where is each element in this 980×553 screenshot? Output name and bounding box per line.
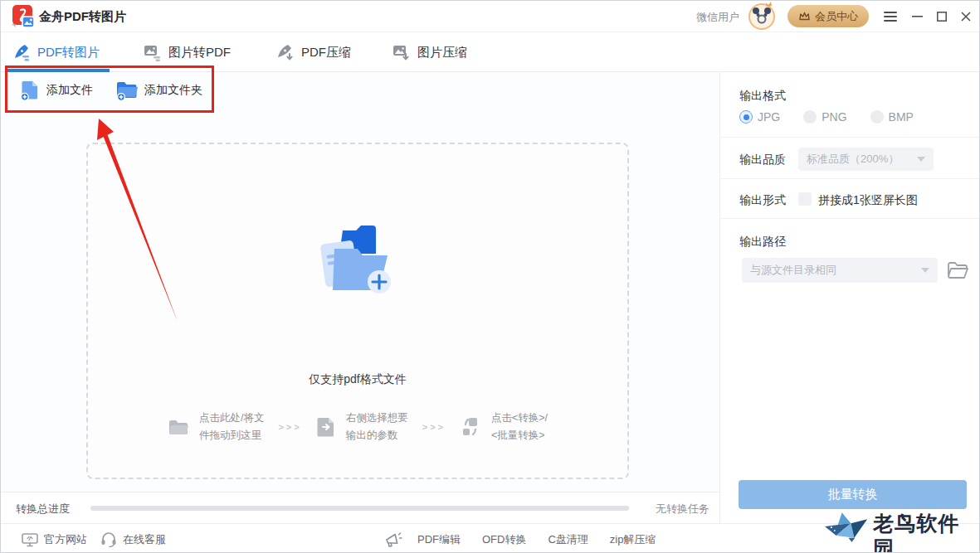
quality-select[interactable]: 标准品质（200%） [798,148,934,171]
progress-status: 无转换任务 [656,502,709,517]
step-convert: 点击<转换>/ <批量转换> [460,410,548,444]
file-arrow-icon [316,416,336,438]
file-drop-zone[interactable]: 仅支持pdf格式文件 点击此处/将文 件拖动到这里 >>> [86,143,629,479]
tabbar: PDF转图片 图片转PDF PDF压缩 [1,32,979,72]
tab-image-compress[interactable]: 图片压缩 [392,32,467,72]
footer-tools: PDF编辑 OFD转换 C盘清理 zip解压缩 [384,524,662,553]
step-text-line1: 点击此处/将文 [199,410,264,427]
tab-label: 图片转PDF [168,45,231,61]
folder-add-icon [314,224,401,300]
step-separator: >>> [422,422,446,432]
radio-dot [870,110,884,124]
maximize-button[interactable] [931,7,953,26]
step-text-line1: 右侧选择想要 [346,410,408,427]
output-quality-label: 输出品质 [739,153,786,167]
official-site-label: 官方网站 [44,532,87,547]
headset-icon [100,531,117,547]
add-file-button[interactable]: 添加文件 [19,80,93,101]
path-select[interactable]: 与源文件目录相同 [742,258,938,283]
official-site-link[interactable]: 官方网站 [22,524,87,553]
divider [720,218,980,219]
step-add-files: 点击此处/将文 件拖动到这里 [168,410,264,444]
radio-dot [803,110,817,124]
output-format-options: JPG PNG BMP [739,110,914,124]
divider [720,178,980,179]
pen-convert-icon [12,43,31,61]
progress-row: 转换总进度 无转换任务 [1,492,719,523]
app-logo-icon [9,4,36,33]
tab-label: 图片压缩 [417,45,467,61]
vip-center-button[interactable]: 会员中心 [787,5,869,27]
folder-open-icon [946,260,969,281]
step-text-line1: 点击<转换>/ [491,410,548,427]
footer: 官方网站 在线客服 PDF编辑 OFD转换 C盘清理 zip解压缩 [1,523,979,553]
dropzone-steps: 点击此处/将文 件拖动到这里 >>> 右侧选择想要 输出的参数 [88,410,627,444]
megaphone-icon [384,531,402,548]
online-service-link[interactable]: 在线客服 [100,524,166,553]
dropzone-hint: 仅支持pdf格式文件 [88,372,627,387]
long-image-checkbox[interactable] [798,192,812,206]
quality-value: 标准品质（200%） [807,152,912,167]
path-value: 与源文件目录相同 [750,263,916,278]
tab-pdf-to-image[interactable]: PDF转图片 [12,32,100,72]
online-service-label: 在线客服 [123,532,166,547]
add-folder-label: 添加文件夹 [144,83,202,98]
app-title: 金舟PDF转图片 [39,9,126,25]
step-text-line2: <批量转换> [491,427,548,444]
image-convert-icon [144,43,162,61]
progress-bar [90,506,629,511]
main-area: 添加文件 添加文件夹 仅支持pdf格式 [1,72,719,492]
output-format-label: 输出格式 [739,89,786,104]
close-button[interactable] [955,7,977,26]
radio-label: BMP [889,110,914,124]
tab-pdf-compress[interactable]: PDF压缩 [276,32,351,72]
long-image-checkbox-label[interactable]: 拼接成1张竖屏长图 [818,193,918,208]
convert-icon [460,416,481,438]
output-path-label: 输出路径 [739,235,786,250]
vip-center-label: 会员中心 [815,9,858,24]
settings-sidebar: 输出格式 JPG PNG BMP 输出品质 标准品质（200%） 输出形式 拼接… [719,72,980,523]
monitor-icon [22,532,38,547]
chevron-down-icon [917,157,925,162]
user-avatar[interactable] [748,3,775,30]
add-file-icon [19,80,41,101]
user-name: 微信用户 [696,10,739,25]
tab-label: PDF压缩 [301,45,351,61]
radio-label: JPG [758,110,780,124]
progress-label: 转换总进度 [16,502,70,517]
radio-png[interactable]: PNG [803,110,846,124]
radio-label: PNG [822,110,846,124]
app-window: 金舟PDF转图片 微信用户 会员中心 [0,0,980,553]
minimize-button[interactable] [906,7,928,26]
step-choose-params: 右侧选择想要 输出的参数 [316,410,408,444]
add-folder-button[interactable]: 添加文件夹 [115,80,202,101]
image-compress-icon [392,43,411,61]
add-file-label: 添加文件 [46,83,93,98]
radio-dot [739,110,753,124]
output-form-label: 输出形式 [739,193,786,208]
crown-icon [798,11,811,22]
add-folder-icon [115,80,139,101]
tool-link-pdf-edit[interactable]: PDF编辑 [417,532,461,547]
menu-icon[interactable] [880,7,901,26]
tool-link-zip-unzip[interactable]: zip解压缩 [610,532,656,547]
step-text-line2: 输出的参数 [346,427,408,444]
step-separator: >>> [278,422,301,432]
pen-compress-icon [276,43,295,61]
step-text-line2: 件拖动到这里 [199,427,264,444]
tool-link-ofd-convert[interactable]: OFD转换 [482,532,526,547]
tool-link-c-drive-clean[interactable]: C盘清理 [548,532,588,547]
radio-bmp[interactable]: BMP [870,110,914,124]
tab-label: PDF转图片 [37,45,100,61]
tab-image-to-pdf[interactable]: 图片转PDF [144,32,231,72]
folder-icon [168,417,189,437]
divider [720,137,980,138]
titlebar: 金舟PDF转图片 微信用户 会员中心 [1,1,979,32]
radio-jpg[interactable]: JPG [739,110,780,124]
batch-convert-button[interactable]: 批量转换 [739,480,967,509]
browse-folder-button[interactable] [946,260,969,281]
chevron-down-icon [921,268,929,273]
